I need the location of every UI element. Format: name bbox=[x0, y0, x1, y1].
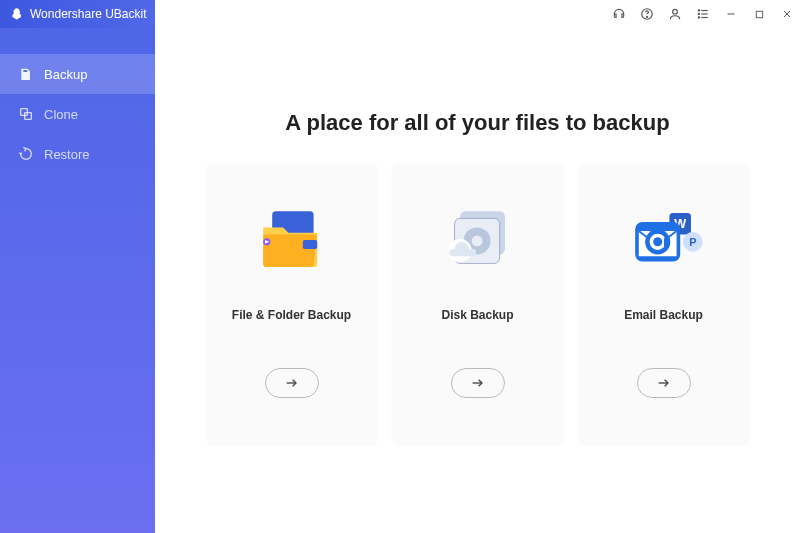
close-icon[interactable] bbox=[780, 7, 794, 21]
account-icon[interactable] bbox=[668, 7, 682, 21]
arrow-button[interactable] bbox=[637, 368, 691, 398]
card-file-folder-backup[interactable]: File & Folder Backup bbox=[207, 164, 377, 444]
app-brand: Wondershare UBackit bbox=[0, 7, 147, 21]
svg-point-5 bbox=[698, 13, 699, 14]
svg-point-36 bbox=[653, 237, 662, 246]
card-label: File & Folder Backup bbox=[232, 308, 351, 322]
svg-point-2 bbox=[673, 9, 678, 14]
sidebar-item-label: Restore bbox=[44, 147, 90, 162]
sidebar-item-clone[interactable]: Clone bbox=[0, 94, 155, 134]
page-title: A place for all of your files to backup bbox=[285, 110, 669, 136]
restore-icon bbox=[18, 146, 34, 162]
main-area: A place for all of your files to backup … bbox=[155, 28, 800, 533]
support-icon[interactable] bbox=[612, 7, 626, 21]
card-label: Email Backup bbox=[624, 308, 703, 322]
card-disk-backup[interactable]: Disk Backup bbox=[393, 164, 563, 444]
backup-icon bbox=[18, 66, 34, 82]
svg-point-25 bbox=[471, 236, 482, 247]
card-email-backup[interactable]: W P Email Backup bbox=[579, 164, 749, 444]
arrow-button[interactable] bbox=[451, 368, 505, 398]
sidebar-item-label: Backup bbox=[44, 67, 87, 82]
folder-illustration-icon bbox=[242, 190, 342, 290]
arrow-button[interactable] bbox=[265, 368, 319, 398]
svg-rect-10 bbox=[756, 11, 762, 17]
minimize-icon[interactable] bbox=[724, 7, 738, 21]
svg-rect-13 bbox=[23, 70, 27, 72]
clone-icon bbox=[18, 106, 34, 122]
sidebar: Backup Clone Restore bbox=[0, 28, 155, 533]
app-logo-icon bbox=[10, 7, 24, 21]
card-label: Disk Backup bbox=[441, 308, 513, 322]
maximize-icon[interactable] bbox=[752, 7, 766, 21]
app-title: Wondershare UBackit bbox=[30, 7, 147, 21]
menu-list-icon[interactable] bbox=[696, 7, 710, 21]
svg-point-3 bbox=[698, 10, 699, 11]
help-icon[interactable] bbox=[640, 7, 654, 21]
titlebar: Wondershare UBackit bbox=[0, 0, 800, 28]
disk-illustration-icon bbox=[428, 190, 528, 290]
email-illustration-icon: W P bbox=[614, 190, 714, 290]
sidebar-item-backup[interactable]: Backup bbox=[0, 54, 155, 94]
titlebar-controls bbox=[612, 0, 794, 28]
cards-row: File & Folder Backup bbox=[207, 164, 749, 444]
app-body: Backup Clone Restore A place for all of … bbox=[0, 28, 800, 533]
svg-text:P: P bbox=[689, 236, 696, 248]
svg-point-7 bbox=[698, 17, 699, 18]
svg-rect-37 bbox=[664, 238, 669, 246]
svg-rect-17 bbox=[302, 240, 316, 249]
sidebar-item-restore[interactable]: Restore bbox=[0, 134, 155, 174]
sidebar-item-label: Clone bbox=[44, 107, 78, 122]
svg-point-1 bbox=[647, 16, 648, 17]
